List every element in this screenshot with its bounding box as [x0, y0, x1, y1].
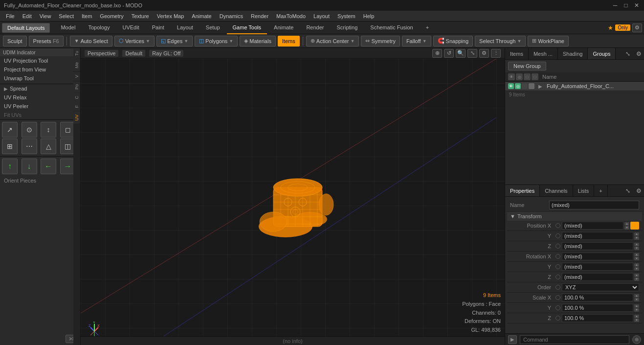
- position-y-down[interactable]: ▼: [634, 236, 639, 240]
- menu-edit[interactable]: Edit: [19, 11, 36, 21]
- side-tab-v[interactable]: V: [73, 72, 80, 81]
- new-group-btn[interactable]: New Group: [508, 62, 546, 70]
- side-tab-po[interactable]: Po: [73, 81, 80, 92]
- tab-layout[interactable]: Layout: [171, 22, 199, 34]
- menu-texture[interactable]: Texture: [128, 11, 153, 21]
- tool-icon-7[interactable]: △: [41, 138, 56, 154]
- action-center-btn[interactable]: ⊕ Action Center ▼: [306, 36, 359, 46]
- group-eye-icon[interactable]: 👁: [508, 83, 514, 89]
- order-select[interactable]: XYZ: [562, 283, 639, 291]
- rotation-y-up[interactable]: ▲: [634, 263, 639, 267]
- settings-props-btn[interactable]: ⚙: [633, 185, 644, 196]
- spread-item[interactable]: ▶ Spread: [0, 84, 80, 93]
- orient-pieces-item[interactable]: Orient Pieces: [0, 176, 80, 185]
- tab-topology[interactable]: Topology: [82, 22, 115, 34]
- vp-zoom-btn[interactable]: 🔍: [456, 49, 466, 58]
- default-label[interactable]: Default: [122, 50, 145, 57]
- side-tab-tu[interactable]: Tu: [73, 48, 80, 59]
- minimize-btn[interactable]: ─: [612, 2, 619, 9]
- position-x-input[interactable]: [562, 222, 623, 230]
- tab-items[interactable]: Items: [505, 48, 529, 59]
- perspective-label[interactable]: Perspective: [85, 50, 118, 57]
- tool-icon-3[interactable]: ↕: [41, 122, 56, 138]
- tab-animate[interactable]: Animate: [268, 22, 299, 34]
- name-prop-input[interactable]: [549, 201, 639, 209]
- gear-icon[interactable]: ⚙: [632, 23, 642, 32]
- uv-relax-item[interactable]: UV Relax: [0, 93, 80, 102]
- tab-add-prop[interactable]: +: [594, 185, 607, 196]
- group-render-icon[interactable]: ◎: [515, 83, 521, 89]
- scale-y-dot[interactable]: [555, 305, 560, 310]
- tab-model[interactable]: Model: [55, 22, 81, 34]
- menu-file[interactable]: File: [2, 11, 19, 21]
- tool-icon-2[interactable]: ⊙: [22, 122, 37, 138]
- tab-channels[interactable]: Channels: [540, 185, 573, 196]
- side-tab-f[interactable]: F: [73, 102, 80, 111]
- command-submit-btn[interactable]: ⊛: [632, 335, 641, 344]
- transform-section[interactable]: ▼ Transform: [507, 212, 642, 221]
- scale-x-down[interactable]: ▼: [634, 298, 639, 301]
- position-x-dot[interactable]: [555, 223, 560, 228]
- tab-gametools[interactable]: Game Tools: [227, 22, 267, 34]
- scale-z-up[interactable]: ▲: [634, 315, 639, 318]
- side-tab-c[interactable]: C: [73, 93, 80, 102]
- vp-reset-btn[interactable]: ↺: [444, 49, 454, 58]
- arrow-up-btn[interactable]: ↑: [2, 159, 18, 174]
- tool-icon-5[interactable]: ⊞: [2, 138, 18, 154]
- arrow-left-btn[interactable]: ←: [41, 159, 56, 174]
- snapping-btn[interactable]: 🧲 Snapping: [433, 36, 473, 46]
- materials-btn[interactable]: ◈ Materials: [240, 36, 276, 46]
- position-z-down[interactable]: ▼: [634, 247, 639, 250]
- tab-scripting[interactable]: Scripting: [331, 22, 364, 34]
- order-dot[interactable]: [555, 285, 560, 290]
- group-lock-icon[interactable]: [522, 83, 528, 89]
- scale-y-up[interactable]: ▲: [634, 304, 639, 308]
- rotation-z-up[interactable]: ▲: [634, 274, 639, 277]
- tab-shading[interactable]: Shading: [558, 48, 588, 59]
- scale-z-dot[interactable]: [555, 316, 560, 321]
- sculpt-btn[interactable]: Sculpt: [3, 36, 27, 46]
- uv-projection-tool[interactable]: UV Projection Tool: [0, 56, 80, 65]
- falloff-btn[interactable]: Falloff ▼: [402, 36, 431, 46]
- position-y-dot[interactable]: [555, 233, 560, 238]
- tab-render[interactable]: Render: [300, 22, 330, 34]
- scale-y-input[interactable]: [562, 304, 633, 312]
- tab-paint[interactable]: Paint: [146, 22, 170, 34]
- expand-props-btn[interactable]: ⤡: [622, 185, 633, 196]
- position-z-input[interactable]: [562, 242, 633, 250]
- tab-schematic[interactable]: Schematic Fusion: [364, 22, 419, 34]
- viewport[interactable]: Perspective Default Ray GL: Off ⊕ ↺ 🔍 ⤡ …: [81, 48, 505, 345]
- presets-btn[interactable]: Presets F6: [29, 36, 64, 46]
- side-tab-me[interactable]: Me: [73, 59, 80, 71]
- menu-maxtomodo[interactable]: MaxToModo: [272, 11, 310, 21]
- rotation-z-input[interactable]: [562, 273, 633, 281]
- side-tab-uv[interactable]: UV: [73, 112, 80, 124]
- scale-x-input[interactable]: [562, 294, 633, 301]
- window-controls[interactable]: ─ □ ✕: [612, 2, 640, 9]
- arrow-down-btn[interactable]: ↓: [22, 159, 37, 174]
- rotation-x-dot[interactable]: [555, 254, 560, 259]
- command-input[interactable]: [520, 335, 629, 344]
- settings-right-top-btn[interactable]: ⚙: [633, 48, 644, 59]
- raygl-label[interactable]: Ray GL: Off: [149, 50, 183, 57]
- auto-select-btn[interactable]: ▼ Auto Select: [70, 36, 112, 46]
- scale-x-up[interactable]: ▲: [634, 294, 639, 298]
- project-from-view[interactable]: Project from View: [0, 65, 80, 74]
- tab-mesh[interactable]: Mesh ...: [529, 48, 558, 59]
- items-btn[interactable]: Items: [278, 36, 300, 46]
- position-z-dot[interactable]: [555, 244, 560, 249]
- menu-vertexmap[interactable]: Vertex Map: [153, 11, 188, 21]
- vp-more-btn[interactable]: ⋮: [491, 49, 501, 58]
- menu-dynamics[interactable]: Dynamics: [216, 11, 247, 21]
- tab-setup[interactable]: Setup: [200, 22, 226, 34]
- vp-expand-btn[interactable]: ⤡: [467, 49, 477, 58]
- tab-uvedit[interactable]: UVEdit: [116, 22, 145, 34]
- rotation-y-down[interactable]: ▼: [634, 267, 639, 271]
- default-layouts-btn[interactable]: Default Layouts: [2, 23, 50, 33]
- menu-item[interactable]: Item: [78, 11, 96, 21]
- vp-frame-btn[interactable]: ⊕: [432, 49, 442, 58]
- group-type-icon[interactable]: [529, 83, 534, 89]
- tool-icon-1[interactable]: ↗: [2, 122, 18, 138]
- edges-btn[interactable]: ◱ Edges ▼: [156, 36, 193, 46]
- position-z-up[interactable]: ▲: [634, 243, 639, 246]
